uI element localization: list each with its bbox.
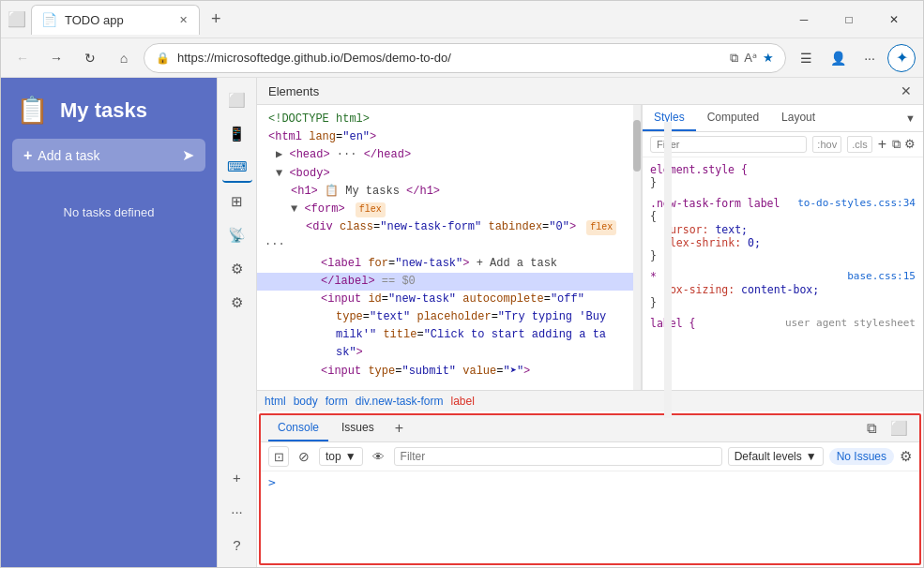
tree-line[interactable]: <input id="new-task" autocomplete="off"	[257, 291, 641, 308]
styles-filter-input[interactable]	[650, 136, 807, 153]
style-rule-element: element.style { }	[650, 163, 916, 189]
no-issues-badge[interactable]: No Issues	[829, 448, 894, 465]
tree-line[interactable]: ▶ <head> ··· </head>	[257, 146, 641, 164]
console-add-tab-button[interactable]: +	[391, 416, 407, 441]
console-clear-button[interactable]: ⊡	[268, 446, 289, 467]
devtools-console-icon[interactable]: ⊞	[222, 187, 252, 217]
no-tasks-label: No tasks defined	[1, 187, 217, 238]
add-task-left: + Add a task	[23, 147, 100, 164]
console-eye-button[interactable]: 👁	[369, 448, 388, 466]
forward-button[interactable]: →	[42, 44, 70, 72]
tree-line[interactable]: <div class="new-task-form" tabindex="0">…	[257, 218, 641, 236]
tab-title: TODO app	[65, 13, 124, 27]
back-button[interactable]: ←	[8, 44, 37, 72]
style-rule-star: * { base.css:15 box-sizing: content-box;…	[650, 270, 916, 309]
devtools-sources-icon[interactable]: ⚙	[222, 254, 252, 284]
console-dock-icon[interactable]: ⧉	[863, 416, 881, 441]
tree-line[interactable]: <html lang="en">	[257, 128, 641, 146]
styles-chevron-icon[interactable]: ▼	[905, 112, 916, 124]
tab-console[interactable]: Console	[268, 415, 328, 441]
console-context-selector[interactable]: top ▼	[319, 447, 363, 466]
devtools-network-icon[interactable]: 📡	[222, 220, 252, 250]
tab-close-button[interactable]: ✕	[177, 12, 189, 28]
todo-app: 📋 My tasks + Add a task ➤ No tasks defin…	[1, 78, 217, 567]
new-tab-button[interactable]: +	[205, 7, 227, 31]
devtools-close-button[interactable]: ✕	[901, 83, 912, 98]
collections-button[interactable]: ☰	[792, 44, 820, 72]
styles-scrollbar-track[interactable]	[664, 122, 672, 390]
tree-line-dots: ···	[257, 236, 641, 254]
styles-content: element.style { } .new-task-form label t…	[643, 157, 923, 390]
devtools-elements-icon[interactable]: ⌨	[222, 153, 252, 183]
tree-line[interactable]: ▼ <form> flex	[257, 201, 641, 218]
add-task-button[interactable]: + Add a task ➤	[12, 139, 205, 172]
split-icon[interactable]: ⧉	[730, 51, 738, 66]
console-gear-icon[interactable]: ⚙	[900, 448, 912, 465]
style-rule-label: .new-task-form label to-do-styles.css:34…	[650, 197, 916, 262]
styles-panel: Styles Computed Layout ▼ :hov .cls +	[642, 105, 923, 390]
add-task-arrow-icon: ➤	[182, 146, 194, 164]
console-body[interactable]: >	[261, 471, 919, 563]
devtools-settings-icon[interactable]: ⚙	[222, 288, 252, 318]
close-button[interactable]: ✕	[872, 5, 916, 35]
breadcrumb-div[interactable]: div.new-task-form	[356, 395, 444, 408]
breadcrumb-label[interactable]: label	[451, 395, 475, 408]
tree-line[interactable]: <h1> 📋 My tasks </h1>	[257, 183, 641, 201]
devtools-device-icon[interactable]: 📱	[222, 119, 252, 149]
console-context-chevron-icon: ▼	[345, 450, 356, 463]
style-source-link[interactable]: to-do-styles.css:34	[797, 197, 916, 209]
console-block-button[interactable]: ⊘	[295, 447, 313, 466]
html-tree[interactable]: <!DOCTYPE html> <html lang="en"> ▶ <head…	[257, 105, 642, 390]
style-rule-useragent: label { user agent stylesheet	[650, 317, 916, 330]
maximize-button[interactable]: □	[827, 5, 871, 35]
devtools-inspect-icon[interactable]: ⬜	[222, 85, 252, 115]
console-tabs-bar: Console Issues + ⧉ ⬜	[261, 415, 919, 442]
minimize-button[interactable]: ─	[782, 5, 826, 35]
more-button[interactable]: ···	[856, 44, 884, 72]
styles-icons: ⧉ ⚙	[892, 137, 916, 152]
home-button[interactable]: ⌂	[110, 44, 138, 72]
nav-bar: ← → ↻ ⌂ 🔒 https://microsoftedge.github.i…	[1, 38, 923, 78]
tree-line: sk">	[257, 344, 641, 362]
breadcrumb-body[interactable]: body	[294, 395, 318, 408]
devtools-help-icon[interactable]: ?	[222, 530, 252, 560]
styles-hov-button[interactable]: :hov	[812, 136, 841, 153]
tree-scrollbar-track[interactable]	[633, 105, 641, 390]
copilot-button[interactable]: ✦	[887, 44, 916, 72]
styles-add-rule-button[interactable]: +	[878, 136, 886, 153]
tree-line[interactable]: ▼ <body>	[257, 165, 641, 183]
tree-line[interactable]: <input type="submit" value="➤">	[257, 363, 641, 381]
address-bar[interactable]: 🔒 https://microsoftedge.github.io/Demos/…	[144, 43, 786, 73]
read-icon[interactable]: Aᵃ	[744, 51, 757, 66]
browser-tab[interactable]: 📄 TODO app ✕	[31, 5, 200, 35]
tab-issues[interactable]: Issues	[332, 415, 384, 441]
styles-cls-button[interactable]: .cls	[847, 136, 872, 153]
console-filter-input[interactable]	[394, 447, 722, 466]
tree-line selected[interactable]: </label> == $0	[257, 273, 641, 291]
devtools-overflow-icon[interactable]: ···	[222, 496, 252, 526]
profile-button[interactable]: 👤	[824, 44, 852, 72]
devtools-panel-title: Elements	[268, 84, 319, 98]
nav-right-icons: ☰ 👤 ··· ✦	[792, 44, 916, 72]
console-context-label: top	[326, 450, 341, 463]
style-source-base[interactable]: base.css:15	[847, 270, 916, 282]
console-undock-icon[interactable]: ⬜	[886, 416, 912, 441]
tree-line[interactable]: <label for="new-task"> + Add a task	[257, 255, 641, 273]
favorites-icon[interactable]: ★	[763, 51, 774, 66]
breadcrumb-form[interactable]: form	[326, 395, 348, 408]
tree-scrollbar-thumb[interactable]	[633, 120, 641, 172]
window-controls: ─ □ ✕	[782, 5, 916, 35]
refresh-button[interactable]: ↻	[76, 44, 104, 72]
tab-layout[interactable]: Layout	[770, 105, 826, 131]
tree-line: type="text" placeholder="Try typing 'Buy	[257, 308, 641, 326]
tab-computed[interactable]: Computed	[696, 105, 770, 131]
styles-copy-icon[interactable]: ⧉	[892, 137, 901, 152]
console-levels-dropdown[interactable]: Default levels ▼	[728, 447, 824, 466]
title-bar: ⬜ 📄 TODO app ✕ + ─ □ ✕	[1, 1, 923, 38]
main-content: 📋 My tasks + Add a task ➤ No tasks defin…	[1, 78, 923, 567]
breadcrumb-html[interactable]: html	[265, 395, 286, 408]
console-prompt[interactable]: >	[268, 475, 276, 489]
devtools-add-icon[interactable]: +	[222, 462, 252, 492]
console-toolbar: ⊡ ⊘ top ▼ 👁 Default levels ▼ No Issues ⚙	[261, 442, 919, 471]
styles-settings-icon[interactable]: ⚙	[904, 137, 916, 152]
